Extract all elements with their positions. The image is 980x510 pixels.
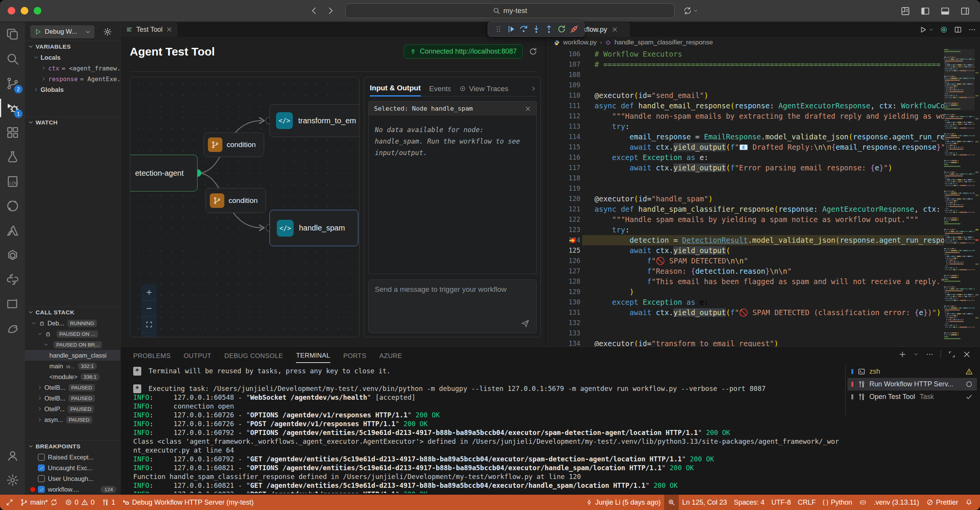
customize-layout-icon[interactable]: [900, 6, 910, 16]
tab-test-tool[interactable]: Test Tool: [121, 22, 178, 37]
code-line[interactable]: 114 email_response = EmailResponse.model…: [546, 132, 944, 142]
code-editor[interactable]: 106# Workflow Executors107# ============…: [546, 49, 944, 347]
activity-search[interactable]: [0, 47, 25, 71]
terminal-list-sash[interactable]: [845, 365, 846, 415]
chevron-down-icon[interactable]: [913, 351, 919, 357]
toggle-sidebar-icon[interactable]: [920, 6, 930, 16]
command-center-search[interactable]: my-test: [345, 3, 675, 18]
minimap[interactable]: [944, 49, 975, 347]
more-actions-icon[interactable]: [968, 26, 976, 34]
activity-misc-extension[interactable]: [0, 316, 25, 341]
disconnect-icon[interactable]: [568, 24, 580, 34]
step-into-icon[interactable]: [531, 24, 542, 34]
callstack-row[interactable]: PAUSED ON ...: [25, 329, 120, 339]
send-icon[interactable]: [520, 318, 530, 328]
activity-explorer[interactable]: [0, 22, 25, 47]
close-window-button[interactable]: [8, 7, 15, 15]
maximize-panel-icon[interactable]: [948, 350, 956, 358]
extension-action-icon[interactable]: [940, 26, 948, 34]
status-remote[interactable]: [2, 495, 17, 510]
status-problems[interactable]: 00: [61, 495, 98, 510]
code-line[interactable]: 119: [546, 183, 944, 194]
code-line[interactable]: 122 """Handle spam emails by yielding a …: [546, 214, 944, 225]
split-editor-icon[interactable]: [954, 26, 962, 34]
zoom-out-button[interactable]: [141, 301, 157, 317]
close-icon[interactable]: [166, 26, 172, 33]
debug-settings-gear-icon[interactable]: [103, 27, 112, 36]
toggle-secondary-sidebar-icon[interactable]: [960, 6, 970, 16]
graph-node-transform-to-email[interactable]: </> transform_to_em: [270, 104, 359, 137]
zoom-window-button[interactable]: [34, 7, 41, 15]
close-panel-icon[interactable]: [963, 350, 971, 358]
status-indentation[interactable]: Spaces: 4: [730, 495, 768, 510]
status-language-mode[interactable]: { }Python: [819, 495, 856, 510]
chevron-down-icon[interactable]: [693, 8, 698, 13]
activity-openai[interactable]: [0, 243, 25, 267]
breakpoint-row[interactable]: workflow....124: [25, 484, 120, 495]
activity-python[interactable]: [0, 267, 25, 292]
section-watch[interactable]: WATCH: [25, 116, 120, 128]
callstack-row[interactable]: Deb...RUNNING: [25, 318, 120, 329]
inspector-tab-view-traces[interactable]: View Traces: [459, 81, 508, 96]
lock-button[interactable]: [141, 333, 157, 337]
graph-node-detection-agent[interactable]: etection-agent: [130, 155, 198, 191]
workflow-graph-canvas[interactable]: etection-agent condition condition </> t…: [130, 77, 359, 337]
status-encoding[interactable]: UTF-8: [768, 495, 794, 510]
code-line[interactable]: 121async def handle_spam_classifier_resp…: [546, 204, 944, 214]
more-actions-icon[interactable]: [926, 350, 934, 358]
status-debug-session[interactable]: Debug Workflow HTTP Server (my-test): [119, 495, 257, 510]
panel-tab-debug-console[interactable]: DEBUG CONSOLE: [224, 349, 283, 363]
code-line[interactable]: 131 await ctx.yield_output(f"🚫 SPAM DETE…: [546, 307, 944, 318]
activity-settings[interactable]: [0, 468, 25, 492]
code-line[interactable]: 127 f"Reason: {detection.reason}\n\n": [546, 266, 944, 276]
variable-row[interactable]: ctx= <agent_framew...: [25, 63, 120, 74]
close-icon[interactable]: [525, 106, 531, 112]
activity-agent-window[interactable]: [0, 292, 25, 316]
code-line[interactable]: 111async def handle_email_response(respo…: [546, 101, 944, 111]
panel-tab-azure[interactable]: AZURE: [379, 349, 402, 363]
code-line[interactable]: 109: [546, 80, 944, 90]
status-branch[interactable]: main*: [17, 495, 61, 510]
code-line[interactable]: 123 try:: [546, 225, 944, 235]
callstack-row[interactable]: PAUSED ON BR...: [25, 339, 120, 350]
zoom-in-button[interactable]: [141, 284, 157, 301]
code-line[interactable]: 133: [546, 328, 944, 338]
variables-globals-row[interactable]: Globals: [25, 84, 120, 95]
chevron-down-icon[interactable]: [929, 27, 934, 32]
terminal-output[interactable]: * Terminal will be reused by tasks, pres…: [133, 367, 840, 493]
activity-output-log[interactable]: LOG: [0, 169, 25, 194]
callstack-row[interactable]: handle_spam_classi: [25, 350, 120, 361]
message-input[interactable]: [369, 280, 536, 333]
launch-config-dropdown[interactable]: Debug W...: [30, 25, 95, 38]
section-breakpoints[interactable]: BREAKPOINTS: [25, 440, 120, 452]
variables-locals-row[interactable]: Locals: [25, 52, 120, 63]
breakpoint-checkbox[interactable]: [38, 486, 45, 493]
callstack-row[interactable]: OtelB...PAUSED: [25, 382, 120, 393]
toggle-panel-icon[interactable]: [940, 6, 950, 16]
breakpoint-checkbox[interactable]: [38, 475, 45, 482]
callstack-row[interactable]: <module>336:1: [25, 371, 120, 382]
callstack-row[interactable]: OtelP...PAUSED: [25, 404, 120, 414]
status-prettier[interactable]: Prettier: [923, 495, 962, 510]
status-git-blame[interactable]: Junjie Li (5 days ago): [582, 495, 664, 510]
code-line[interactable]: 117 await ctx.yield_output(f"Error parsi…: [546, 163, 944, 173]
breakpoint-row[interactable]: Uncaught Exc...: [25, 463, 120, 473]
step-out-icon[interactable]: [543, 24, 555, 34]
breakpoint-row[interactable]: Raised Except...: [25, 452, 120, 463]
breakpoint-checkbox[interactable]: [38, 464, 45, 471]
close-icon[interactable]: [612, 26, 618, 33]
activity-run-and-debug[interactable]: 1: [0, 96, 25, 120]
callstack-row[interactable]: asyn...PAUSED: [25, 414, 120, 425]
code-line[interactable]: 118: [546, 173, 944, 183]
activity-github[interactable]: [0, 194, 25, 218]
code-line[interactable]: 125 await ctx.yield_output(: [546, 245, 944, 256]
activity-testing[interactable]: [0, 145, 25, 169]
code-line[interactable]: 108: [546, 70, 944, 80]
step-over-icon[interactable]: [518, 24, 529, 34]
code-line[interactable]: 128 f"This email has been flagged as spa…: [546, 276, 944, 287]
breadcrumb-file[interactable]: workflow.py: [563, 39, 597, 46]
activity-azure[interactable]: [0, 218, 25, 243]
continue-icon[interactable]: [505, 24, 517, 34]
forward-icon[interactable]: [325, 6, 335, 16]
chevron-right-icon[interactable]: [530, 85, 537, 92]
